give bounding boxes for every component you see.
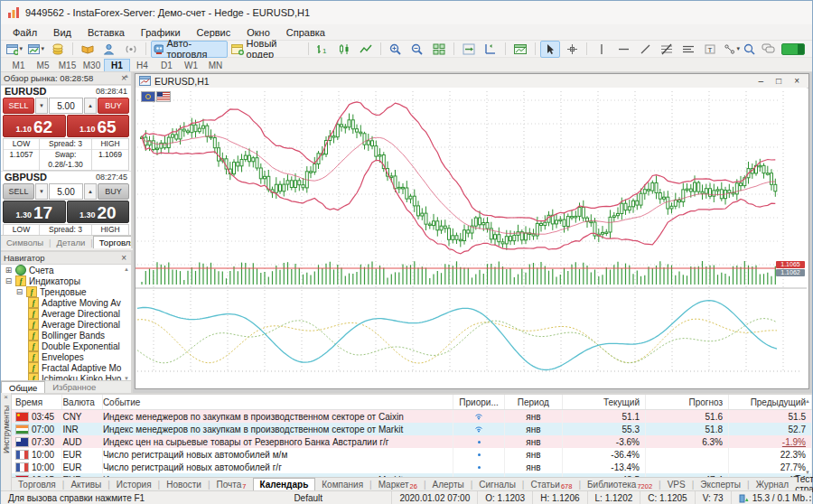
tab-favorites[interactable]: Избранное — [45, 381, 103, 393]
candlestick-mode-button[interactable] — [334, 41, 354, 58]
calendar-row[interactable]: 03:45 CNY Индекс менеджеров по закупкам … — [12, 410, 812, 423]
close-icon[interactable]: × — [794, 75, 799, 88]
tab-mail[interactable]: Почта7 — [210, 478, 253, 490]
tree-item-accounts[interactable]: ⊞ Счета — [1, 265, 131, 275]
timeframe-m1[interactable]: M1 — [6, 60, 31, 71]
volume-up-button[interactable]: ▲ — [84, 98, 97, 114]
indicators-button[interactable] — [510, 41, 530, 58]
menu-tools[interactable]: Сервис — [189, 26, 239, 39]
timeframe-h1[interactable]: H1 — [104, 59, 130, 71]
menu-window[interactable]: Окно — [238, 26, 278, 39]
timeframe-d1[interactable]: D1 — [154, 60, 179, 71]
tab-vps[interactable]: VPS — [661, 478, 692, 490]
volume-down-button[interactable]: ▼ — [35, 183, 48, 200]
volume-field[interactable]: 5.00 — [49, 183, 83, 200]
tab-details[interactable]: Детали — [51, 238, 91, 247]
status-profile[interactable]: Default — [286, 491, 392, 504]
volume-down-button[interactable]: ▼ — [35, 98, 48, 114]
tree-item-indicator[interactable]: fAdaptive Moving Av — [1, 297, 131, 308]
chart-window-titlebar[interactable]: EURUSD,H1 – □ × — [136, 74, 808, 89]
menu-insert[interactable]: Вставка — [79, 26, 133, 39]
text-label-button[interactable]: T — [700, 41, 720, 58]
ask-price[interactable]: 1.10 65 — [67, 115, 130, 137]
profiles-button[interactable]: ▾ — [26, 41, 46, 58]
timeframe-mn[interactable]: MN — [203, 60, 228, 71]
crosshair-button[interactable] — [562, 41, 582, 58]
calendar-row[interactable]: 10:00 EUR Число регистраций новых автомо… — [12, 448, 812, 461]
fibonacci-button[interactable] — [657, 41, 677, 58]
chat-icon[interactable] — [762, 43, 775, 54]
col-time[interactable]: Время — [12, 395, 62, 409]
close-icon[interactable]: × — [4, 393, 8, 402]
menu-view[interactable]: Вид — [45, 26, 79, 39]
horizontal-line-button[interactable] — [613, 41, 633, 58]
col-priority[interactable]: Приори... — [453, 395, 504, 409]
search-icon[interactable] — [743, 43, 755, 55]
collapse-icon[interactable]: ⊟ — [5, 276, 13, 285]
minimize-icon[interactable]: – — [759, 75, 764, 88]
cursor-button[interactable] — [540, 41, 560, 58]
scroll-up-icon[interactable]: ▲ — [124, 73, 129, 79]
tree-item-indicator[interactable]: fDouble Exponential — [1, 341, 131, 351]
history-center-button[interactable] — [78, 41, 98, 58]
tree-item-indicator[interactable]: fAverage Directional — [1, 319, 131, 330]
tile-windows-button[interactable] — [429, 41, 449, 58]
col-previous[interactable]: Предыдущий — [729, 395, 812, 409]
vertical-line-button[interactable] — [592, 41, 612, 58]
new-order-button[interactable]: Новый ордер — [229, 41, 304, 58]
tree-item-trend[interactable]: ⊟ f Трендовые — [1, 286, 131, 297]
col-actual[interactable]: Текущий — [563, 395, 646, 409]
sell-button[interactable]: SELL — [3, 183, 34, 200]
tree-item-indicator[interactable]: fFractal Adaptive Mo — [1, 362, 131, 373]
zoom-out-button[interactable] — [407, 41, 427, 58]
new-chart-button[interactable]: ▾ — [5, 41, 24, 58]
levels-button[interactable] — [678, 41, 698, 58]
ask-price[interactable]: 1.30 20 — [67, 201, 130, 223]
tab-signals[interactable]: Сигналы — [472, 478, 522, 490]
tab-journal[interactable]: Журнал — [750, 478, 796, 490]
auto-scroll-button[interactable] — [459, 41, 479, 58]
bid-price[interactable]: 1.30 17 — [3, 201, 66, 223]
collapse-icon[interactable]: ⊟ — [15, 287, 23, 296]
maximize-icon[interactable]: □ — [776, 75, 781, 88]
chart-canvas[interactable]: 1.1065 1.1062 — [136, 88, 807, 375]
tab-market[interactable]: Маркет26 — [372, 478, 424, 490]
symbol-name[interactable]: GBPUSD — [5, 172, 47, 182]
sell-button[interactable]: SELL — [3, 98, 34, 114]
timeframe-w1[interactable]: W1 — [179, 60, 203, 71]
buy-button[interactable]: BUY — [98, 98, 129, 114]
expand-icon[interactable]: ⊞ — [5, 266, 13, 275]
scroll-up-icon[interactable]: ▲ — [124, 266, 129, 272]
tab-experts[interactable]: Эксперты — [694, 478, 747, 490]
volume-field[interactable]: 5.00 — [49, 98, 83, 114]
resize-grip[interactable] — [804, 496, 811, 503]
calendar-row[interactable]: 07:30 AUD Индекс цен на сырьевые товары … — [12, 435, 812, 448]
tree-item-indicator[interactable]: fEnvelopes — [1, 351, 131, 362]
calendar-row[interactable]: 10:00 EUR Число регистраций новых автомо… — [12, 461, 812, 473]
bid-price[interactable]: 1.10 62 — [3, 115, 66, 137]
trendline-button[interactable] — [635, 41, 655, 58]
menu-file[interactable]: Файл — [5, 26, 45, 39]
col-currency[interactable]: Валюта — [62, 395, 102, 409]
auto-trading-button[interactable]: Авто-торговля — [151, 41, 228, 58]
buy-button[interactable]: BUY — [98, 183, 129, 200]
timeframe-m5[interactable]: M5 — [31, 60, 55, 71]
timeframe-m15[interactable]: M15 — [55, 60, 79, 71]
tab-news[interactable]: Новости — [160, 478, 208, 490]
tab-calendar[interactable]: Календарь — [253, 478, 316, 491]
bar-chart-mode-button[interactable]: 1 — [313, 41, 332, 58]
community-button[interactable] — [99, 41, 119, 58]
volume-up-button[interactable]: ▲ — [84, 183, 97, 200]
menu-charts[interactable]: Графики — [133, 26, 189, 39]
broadcast-button[interactable] — [121, 41, 141, 58]
graphic-objects-button[interactable]: ▾ — [722, 41, 742, 58]
scroll-up-icon[interactable]: ▲ — [805, 398, 810, 404]
toolbox-side-label[interactable]: Инструменты — [2, 406, 11, 453]
symbol-name[interactable]: EURUSD — [5, 86, 46, 97]
tree-item-indicators[interactable]: ⊟ f Индикаторы — [1, 275, 131, 286]
tab-symbols[interactable]: Символы — [1, 238, 49, 247]
chart-shift-button[interactable] — [481, 41, 500, 58]
col-event[interactable]: Событие — [103, 395, 453, 409]
tab-assets[interactable]: Активы — [64, 478, 107, 490]
market-watch-button[interactable] — [48, 41, 68, 58]
